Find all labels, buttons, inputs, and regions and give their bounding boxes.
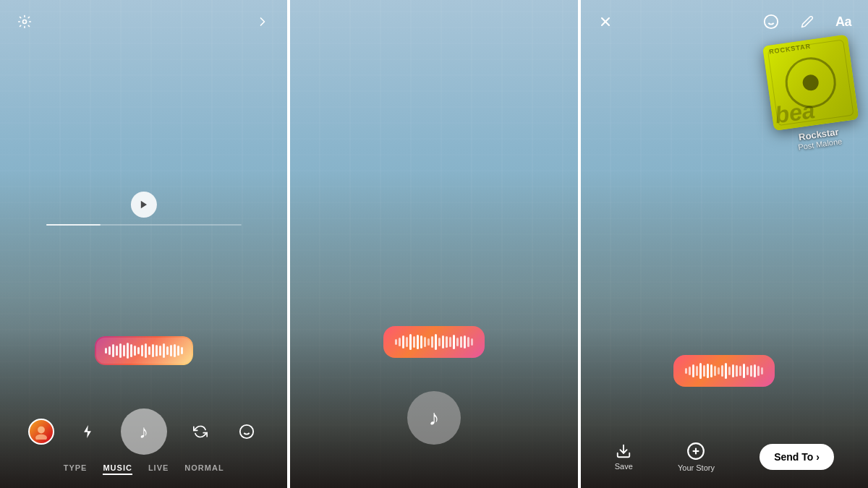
save-label: Save [615, 462, 633, 471]
your-story-action[interactable]: Your Story [678, 442, 715, 472]
bottom-area-p1: ♪ TYPE MUSIC LIVE NORMAL [0, 397, 287, 488]
svg-point-10 [765, 15, 778, 28]
waveform-p3 [685, 362, 763, 380]
svg-marker-1 [141, 200, 147, 208]
svg-marker-4 [84, 425, 91, 438]
draw-icon[interactable] [796, 10, 819, 33]
panel-3: Aa ROCKSTAR bea Rockstar Post Malone [578, 0, 868, 488]
svg-point-2 [38, 427, 45, 434]
music-capture-button[interactable]: ♪ [121, 408, 167, 455]
tab-live[interactable]: LIVE [148, 463, 169, 475]
close-icon[interactable] [594, 10, 617, 33]
svg-point-3 [35, 435, 47, 440]
music-sticker-p3[interactable] [673, 355, 775, 387]
top-right-icons: Aa [760, 10, 855, 33]
progress-track [46, 224, 242, 226]
music-sticker-outlined[interactable] [95, 336, 193, 365]
flash-icon[interactable] [75, 419, 101, 445]
mode-tabs: TYPE MUSIC LIVE NORMAL [0, 463, 287, 488]
effects-icon[interactable] [234, 419, 260, 445]
panel-2: ♪ [287, 0, 577, 488]
send-to-button[interactable]: Send To › [760, 444, 834, 470]
capture-controls: ♪ [0, 397, 287, 463]
aa-label: Aa [835, 14, 851, 30]
music-sticker-inner [383, 326, 485, 358]
svg-point-0 [23, 20, 27, 24]
progress-fill [46, 224, 101, 226]
gear-icon[interactable] [13, 10, 36, 33]
bottom-actions-p3: Save Your Story Send To › [581, 432, 868, 488]
album-big-letter: bea [773, 97, 817, 129]
top-bar-panel1 [0, 0, 287, 43]
tab-type[interactable]: TYPE [64, 463, 88, 475]
music-note-large-icon: ♪ [428, 406, 439, 430]
tab-normal[interactable]: NORMAL [184, 463, 224, 475]
album-art-container[interactable]: ROCKSTAR bea Rockstar Post Malone [762, 34, 864, 154]
panel-1: ♪ TYPE MUSIC LIVE NORMAL [0, 0, 287, 488]
waveform-p1 [105, 342, 183, 359]
music-sticker-gradient[interactable] [383, 326, 485, 358]
progress-area [46, 224, 242, 226]
save-action[interactable]: Save [615, 443, 633, 471]
avatar-button[interactable] [28, 419, 54, 445]
sticker-face-icon[interactable] [760, 10, 783, 33]
music-note-icon: ♪ [139, 421, 148, 443]
chevron-right-icon[interactable] [251, 10, 274, 33]
your-story-label: Your Story [678, 463, 715, 472]
flip-camera-icon[interactable] [187, 419, 213, 445]
waveform-p2 [395, 333, 473, 351]
play-button[interactable] [131, 192, 157, 218]
svg-point-5 [239, 425, 252, 438]
tab-music[interactable]: MUSIC [103, 463, 132, 475]
text-icon[interactable]: Aa [832, 10, 855, 33]
send-to-label: Send To › [774, 451, 820, 463]
large-capture-button[interactable]: ♪ [407, 391, 461, 445]
